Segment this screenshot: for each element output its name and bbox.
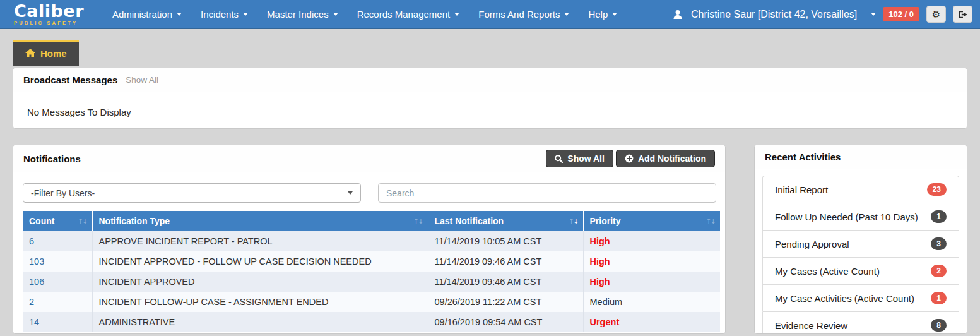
count-cell: 14: [23, 312, 92, 332]
notification-type-cell: ADMINISTRATIVE: [92, 312, 428, 332]
chevron-down-icon: [243, 13, 248, 16]
column-header-count[interactable]: Count ↑↓: [23, 211, 92, 231]
notification-type-cell: APPROVE INCIDENT REPORT - PATROL: [92, 231, 428, 251]
broadcast-header: Broadcast Messages Show All: [13, 68, 967, 92]
user-area: Christine Saur [District 42, Versailles]…: [672, 6, 972, 23]
chevron-down-icon: [348, 191, 353, 195]
settings-button[interactable]: ⚙: [926, 6, 946, 23]
sign-out-icon: [958, 10, 968, 19]
priority-cell: High: [583, 272, 720, 292]
notification-row: 2INCIDENT FOLLOW-UP CASE - ASSIGNMENT EN…: [23, 292, 720, 312]
sort-icon-active-desc: ↑↓: [569, 217, 577, 225]
last-notification-cell: 11/14/2019 09:46 AM CST: [428, 272, 583, 292]
caliber-logo[interactable]: Caliber PUBLIC SAFETY: [14, 3, 84, 26]
sort-icon: ↑↓: [706, 217, 715, 225]
broadcast-title: Broadcast Messages: [23, 75, 117, 85]
menu-records-management[interactable]: Records Management: [348, 0, 469, 28]
last-notification-cell: 09/26/2019 11:22 AM CST: [428, 292, 583, 312]
activity-count-badge: 1: [931, 292, 947, 304]
notification-row: 106INCIDENT APPROVED11/14/2019 09:46 AM …: [23, 272, 720, 292]
activity-count-badge: 23: [927, 183, 947, 196]
count-cell: 106: [23, 272, 92, 292]
chevron-down-icon: [454, 13, 459, 16]
column-header-priority[interactable]: Priority ↑↓: [583, 211, 720, 231]
logout-button[interactable]: [953, 6, 972, 23]
count-cell: 103: [23, 251, 92, 272]
user-name: Christine Saur [District 42, Versailles]: [691, 9, 857, 20]
recent-activities-panel: Recent Activities Initial Report23Follow…: [754, 145, 967, 334]
recent-activity-item[interactable]: Initial Report23: [762, 176, 959, 203]
chevron-down-icon: [871, 13, 876, 16]
user-dropdown[interactable]: Christine Saur [District 42, Versailles]: [672, 9, 876, 20]
main-menu: Administration Incidents Master Indices …: [103, 0, 627, 28]
last-notification-cell: 11/14/2019 10:05 AM CST: [428, 231, 583, 251]
count-link[interactable]: 14: [29, 317, 39, 327]
priority-cell: High: [583, 251, 720, 272]
show-all-button[interactable]: Show All: [546, 150, 613, 167]
count-cell: 6: [23, 231, 92, 251]
broadcast-messages-panel: Broadcast Messages Show All No Messages …: [13, 68, 967, 129]
notification-row: 6APPROVE INCIDENT REPORT - PATROL11/14/2…: [23, 231, 720, 251]
notifications-table: Count ↑↓ Notification Type ↑↓ Last Notif…: [23, 211, 720, 332]
filter-by-users-select[interactable]: -Filter By Users-: [23, 183, 361, 203]
column-header-type[interactable]: Notification Type ↑↓: [92, 211, 428, 231]
recent-activity-item[interactable]: My Case Activities (Active Count)1: [762, 284, 959, 311]
count-link[interactable]: 6: [29, 236, 34, 246]
notification-counter-badge[interactable]: 102 / 0: [883, 7, 919, 21]
home-icon: [25, 49, 35, 58]
table-header-row: Count ↑↓ Notification Type ↑↓ Last Notif…: [23, 211, 720, 231]
broadcast-show-all-link[interactable]: Show All: [126, 75, 158, 85]
count-link[interactable]: 2: [29, 297, 34, 307]
notifications-title: Notifications: [23, 153, 81, 164]
menu-administration[interactable]: Administration: [103, 0, 191, 28]
recent-activity-item[interactable]: Evidence Review8: [762, 311, 959, 334]
column-header-last-notification[interactable]: Last Notification ↑↓: [428, 211, 583, 231]
chevron-down-icon: [177, 13, 182, 16]
activity-label: Pending Approval: [775, 239, 849, 249]
count-link[interactable]: 106: [29, 277, 44, 287]
main-content-row: Notifications Show All Add Notification: [13, 145, 967, 334]
notification-type-cell: INCIDENT APPROVED: [92, 272, 428, 292]
notifications-panel: Notifications Show All Add Notification: [13, 145, 726, 334]
count-link[interactable]: 103: [29, 256, 44, 267]
search-icon: [555, 155, 563, 163]
menu-incidents[interactable]: Incidents: [191, 0, 257, 28]
menu-forms-and-reports[interactable]: Forms And Reports: [469, 0, 579, 28]
chevron-down-icon: [612, 13, 617, 16]
activity-count-badge: 8: [931, 319, 947, 332]
plus-circle-icon: [625, 154, 634, 163]
priority-cell: Medium: [583, 292, 720, 312]
recent-activity-item[interactable]: Follow Up Needed (Past 10 Days)1: [762, 203, 959, 230]
menu-help[interactable]: Help: [579, 0, 627, 28]
last-notification-cell: 11/14/2019 09:46 AM CST: [428, 251, 583, 272]
notification-type-cell: INCIDENT FOLLOW-UP CASE - ASSIGNMENT END…: [92, 292, 428, 312]
tab-home[interactable]: Home: [13, 40, 79, 66]
recent-activity-item[interactable]: My Cases (Active Count)2: [762, 257, 959, 284]
menu-master-indices[interactable]: Master Indices: [257, 0, 348, 28]
notifications-header: Notifications Show All Add Notification: [13, 145, 725, 172]
gear-icon: ⚙: [932, 9, 940, 20]
brand-name: Caliber: [14, 3, 84, 20]
user-icon: [672, 9, 683, 20]
activity-label: My Case Activities (Active Count): [775, 293, 914, 304]
notifications-filter-row: -Filter By Users-: [13, 172, 725, 211]
brand-tagline: PUBLIC SAFETY: [14, 21, 84, 26]
sort-icon: ↑↓: [413, 217, 422, 225]
chevron-down-icon: [333, 13, 338, 16]
notification-type-cell: INCIDENT APPROVED - FOLLOW UP CASE DECIS…: [92, 251, 428, 272]
top-navbar: Caliber PUBLIC SAFETY Administration Inc…: [0, 0, 980, 29]
activity-count-badge: 3: [931, 237, 947, 250]
activity-label: Evidence Review: [775, 320, 847, 331]
activity-label: Follow Up Needed (Past 10 Days): [775, 212, 918, 222]
recent-activity-item[interactable]: Pending Approval3: [762, 230, 959, 257]
last-notification-cell: 09/16/2019 09:54 AM CST: [428, 312, 583, 332]
broadcast-empty-message: No Messages To Display: [13, 92, 967, 129]
activity-count-badge: 1: [931, 210, 947, 223]
add-notification-button[interactable]: Add Notification: [616, 150, 715, 167]
tab-strip: Home: [0, 29, 980, 66]
activity-label: My Cases (Active Count): [775, 266, 880, 277]
priority-cell: Urgent: [583, 312, 720, 332]
search-input[interactable]: [378, 183, 716, 203]
chevron-down-icon: [564, 13, 569, 16]
count-cell: 2: [23, 292, 92, 312]
